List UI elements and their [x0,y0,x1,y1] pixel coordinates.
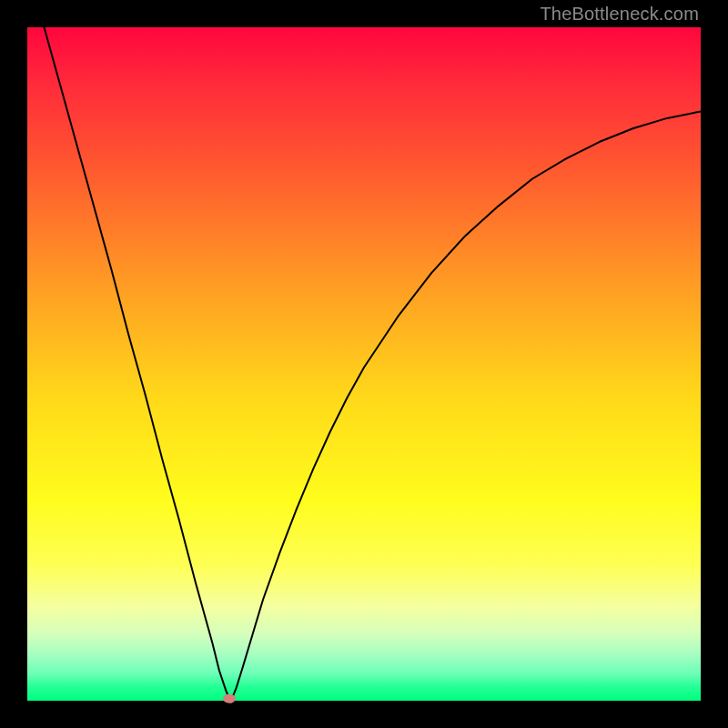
attribution-label: TheBottleneck.com [540,4,699,25]
chart-frame: TheBottleneck.com [0,0,728,728]
minimum-marker [223,694,236,703]
chart-svg [27,27,701,701]
bottleneck-curve [27,0,701,699]
plot-area [27,27,701,701]
